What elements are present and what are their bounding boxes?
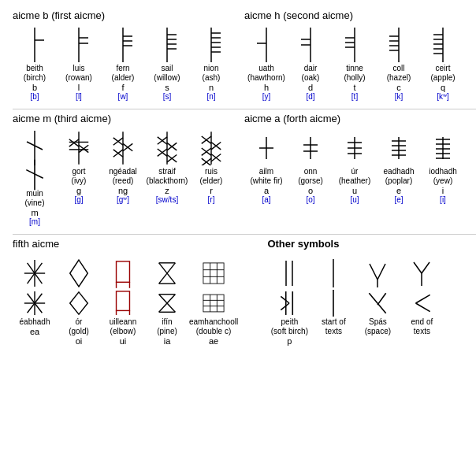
char-eabhadh: éabhadh ea	[13, 254, 57, 346]
ngeadal-symbol	[110, 129, 136, 167]
char-luis: luis(rowan) l [l]	[57, 26, 101, 101]
char-fern: fern(alder) f [w]	[101, 26, 145, 101]
ruis-symbol	[199, 129, 224, 167]
peith-symbol2	[277, 289, 302, 317]
char-nion: nion(ash) n [n]	[189, 26, 233, 101]
char-onn: onn(gorse) o [o]	[288, 129, 333, 204]
svg-line-140	[370, 264, 377, 280]
aicme-a-title: aicme a (forth aicme)	[244, 113, 476, 124]
char-muin: muin(vine) m [m]	[13, 129, 57, 226]
aicme-b-grid: beith(birch) b [b] luis(rowan) l	[13, 24, 244, 106]
aicme-a-grid: ailm(white fir) a [a] onn(gorse) o	[244, 128, 476, 209]
ifin-symbol2	[154, 289, 180, 317]
aicme-b-title: aicme b (first aicme)	[13, 9, 244, 21]
aicme-m-section: aicme m (third aicme)	[13, 113, 244, 231]
svg-line-148	[416, 295, 430, 303]
aicme-m-grid: muin(vine) m [m]	[13, 128, 244, 231]
svg-rect-122	[203, 263, 224, 284]
svg-line-145	[414, 262, 422, 273]
middle-sections-row: aicme m (third aicme)	[13, 113, 476, 231]
svg-marker-107	[70, 292, 88, 314]
nion-symbol	[199, 26, 224, 64]
char-sail: sail(willow) s [s]	[145, 26, 189, 101]
char-tinne: tinne(holly) t [t]	[333, 26, 377, 101]
char-ailm: ailm(white fir) a [a]	[244, 129, 288, 204]
char-gort: gort(ivy) g [g]	[57, 129, 101, 226]
svg-line-144	[377, 293, 386, 305]
char-spas: Spás(space)	[355, 254, 400, 346]
aicme-h-grid: uath(hawthorn) h [y] dair(oak) d	[244, 24, 476, 106]
sail-symbol	[154, 26, 180, 64]
eadhadh-symbol	[386, 129, 411, 167]
spas-symbol2	[365, 289, 390, 317]
svg-marker-106	[70, 260, 88, 287]
ceirt-symbol	[430, 26, 456, 64]
ur-symbol	[342, 129, 367, 167]
char-ruis: ruis(elder) r [r]	[189, 129, 233, 226]
char-coll: coll(hazel) c [k]	[377, 26, 421, 101]
coll-symbol	[386, 26, 411, 64]
tinne-symbol	[342, 26, 367, 64]
straif-symbol	[154, 129, 180, 167]
svg-line-136	[281, 296, 290, 303]
fifth-aicme-title: fifth aicme	[13, 238, 267, 250]
main-container: aicme b (first aicme) beith(birch) b [b]	[6, 6, 476, 354]
end-of-texts-symbol2	[409, 289, 434, 317]
beith-symbol	[22, 26, 47, 64]
char-ceirt: ceirt(apple) q [kʷ]	[421, 26, 465, 101]
svg-line-141	[377, 264, 385, 280]
other-symbols-section: Other symbols	[267, 238, 476, 350]
svg-line-146	[422, 262, 430, 273]
bottom-sections-row: fifth aicme	[13, 238, 476, 350]
aicme-h-title: aicme h (second aicme)	[244, 9, 476, 21]
svg-rect-127	[203, 295, 224, 312]
fifth-aicme-grid: éabhadh ea ó	[13, 253, 267, 350]
uath-symbol	[254, 26, 279, 64]
top-sections-row: aicme b (first aicme) beith(birch) b [b]	[13, 9, 476, 106]
char-or: ór(gold) oi	[57, 254, 101, 346]
svg-line-149	[416, 303, 430, 312]
fifth-aicme-section: fifth aicme	[13, 238, 267, 350]
aicme-h-section: aicme h (second aicme) uath(hawthorn) h …	[244, 9, 476, 106]
char-beith: beith(birch) b [b]	[13, 26, 57, 101]
aicme-a-section: aicme a (forth aicme) ailm(white fir) a …	[244, 113, 476, 231]
char-uath: uath(hawthorn) h [y]	[244, 26, 288, 101]
other-symbols-grid: peith(soft birch) p	[267, 253, 476, 350]
luis-symbol	[66, 26, 91, 64]
char-iodhadh: iodhadh(yew) i [i]	[421, 129, 465, 204]
dair-symbol	[298, 26, 323, 64]
iodhadh-symbol	[430, 129, 456, 167]
divider-1	[13, 109, 476, 109]
char-start-of-texts: start oftexts	[311, 254, 355, 346]
char-end-of-texts: end oftexts	[400, 254, 444, 346]
char-ngeadal: ngéadal(reed) ng [gʷ]	[101, 129, 145, 226]
char-ur: úr(heather) u [u]	[333, 129, 377, 204]
svg-rect-111	[117, 291, 130, 310]
char-dair: dair(oak) d [d]	[288, 26, 333, 101]
char-peith: peith(soft birch) p	[267, 254, 311, 346]
eamhanchooll-symbol2	[201, 289, 226, 317]
char-uilleann: uilleann(elbow) ui	[101, 254, 145, 346]
onn-symbol	[298, 129, 323, 167]
char-ifin: ifín(pine) ia	[145, 254, 189, 346]
svg-line-137	[281, 303, 290, 310]
char-eamhanchooll: eamhanchooll(double c) ae	[189, 254, 238, 346]
svg-rect-108	[117, 261, 130, 282]
uilleann-symbol2	[110, 289, 136, 317]
char-eadhadh: eadhadh(poplar) e [e]	[377, 129, 421, 204]
other-symbols-title: Other symbols	[267, 238, 476, 250]
or-symbol2	[66, 289, 91, 317]
ailm-symbol	[254, 129, 279, 167]
muin-symbol2	[22, 161, 47, 189]
aicme-b-section: aicme b (first aicme) beith(birch) b [b]	[13, 9, 244, 106]
char-straif: straif(blackthorn) z [sw/ts]	[145, 129, 189, 226]
gort-symbol	[66, 129, 91, 167]
start-of-texts-symbol2	[321, 289, 346, 317]
divider-2	[13, 234, 476, 235]
fern-symbol	[110, 26, 136, 64]
eabhadh-symbol2	[22, 289, 47, 317]
aicme-m-title: aicme m (third aicme)	[13, 113, 244, 124]
